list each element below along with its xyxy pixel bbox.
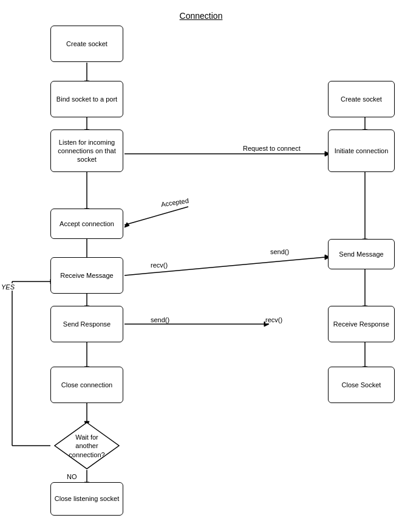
send1-label: send(): [270, 248, 289, 255]
create-socket-client-box: Create socket: [328, 81, 395, 117]
diagram-title: Connection: [180, 11, 223, 21]
request-connect-label: Request to connect: [243, 145, 301, 152]
recv2-label: recv(): [265, 316, 282, 323]
receive-response-box: Receive Response: [328, 306, 395, 342]
close-connection-box: Close connection: [50, 367, 123, 403]
recv1-label: recv(): [151, 261, 168, 269]
close-listening-box: Close listening socket: [50, 482, 123, 516]
svg-line-31: [124, 207, 188, 225]
accept-box: Accept connection: [50, 209, 123, 239]
diamond-box: Wait for another connection?: [53, 421, 120, 470]
send-message-box: Send Message: [328, 239, 395, 269]
listen-box: Listen for incoming connections on that …: [50, 130, 123, 172]
send2-label: send(): [151, 316, 169, 323]
close-socket-box: Close Socket: [328, 367, 395, 403]
svg-marker-32: [124, 223, 129, 227]
create-socket-server-box: Create socket: [50, 26, 123, 62]
yes-label: YES: [1, 283, 15, 291]
bind-socket-box: Bind socket to a port: [50, 81, 123, 117]
accepted-label: Accepted: [160, 197, 189, 208]
initiate-box: Initiate connection: [328, 130, 395, 172]
receive-message-box: Receive Message: [50, 257, 123, 294]
send-response-box: Send Response: [50, 306, 123, 342]
no-label: NO: [67, 473, 77, 480]
